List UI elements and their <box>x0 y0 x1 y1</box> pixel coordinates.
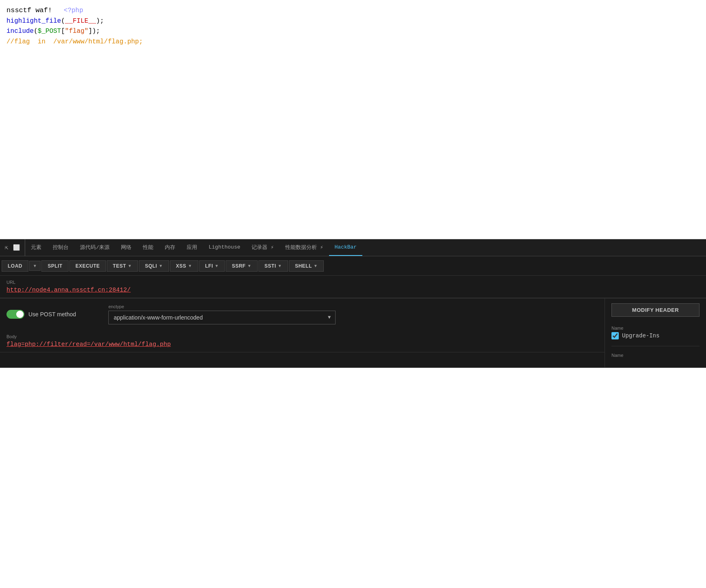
sqli-button[interactable]: SQLI ▼ <box>139 260 169 272</box>
hackbar-toolbar: LOAD ▼ SPLIT EXECUTE TEST ▼ SQLI ▼ XSS ▼… <box>0 256 706 276</box>
tab-sources[interactable]: 源代码/来源 <box>74 239 115 256</box>
tab-elements[interactable]: 元素 <box>25 239 47 256</box>
devtools-tab-bar: ⇱ ⬜ 元素 控制台 源代码/来源 网络 性能 内存 应用 Lighthouse… <box>0 239 706 256</box>
tab-application[interactable]: 应用 <box>181 239 203 256</box>
php-line-2: include($_POST["flag"]); <box>6 26 700 37</box>
devtools-device-icon[interactable]: ⬜ <box>11 242 22 253</box>
ssti-button[interactable]: SSTI ▼ <box>258 260 288 272</box>
php-code-display: nssctf waf! <?php highlight_file(__FILE_… <box>0 0 706 239</box>
tab-performance[interactable]: 性能 <box>137 239 159 256</box>
xss-button[interactable]: XSS ▼ <box>170 260 198 272</box>
ssrf-button[interactable]: SSRF ▼ <box>226 260 257 272</box>
load-arrow-button[interactable]: ▼ <box>29 261 41 271</box>
header-name-row-2: Name <box>611 350 700 363</box>
url-label: URL <box>6 280 700 285</box>
header-name-row-1: Name Upgrade-Ins <box>611 322 700 343</box>
body-input[interactable] <box>6 341 598 348</box>
tab-network[interactable]: 网络 <box>115 239 137 256</box>
body-label: Body <box>6 334 598 339</box>
tab-perf-insights[interactable]: 性能数据分析 ⚡ <box>280 239 329 256</box>
options-row: Use POST method enctype application/x-ww… <box>0 298 706 368</box>
php-line-3: //flag in /var/www/html/flag.php; <box>6 37 700 47</box>
load-button[interactable]: LOAD <box>2 260 28 272</box>
tab-hackbar[interactable]: HackBar <box>329 239 363 256</box>
test-button[interactable]: TEST ▼ <box>107 260 138 272</box>
tab-console[interactable]: 控制台 <box>47 239 74 256</box>
separator-name <box>611 346 700 346</box>
name-label-2: Name <box>611 353 700 358</box>
name-checkbox-row-1: Upgrade-Ins <box>611 332 700 339</box>
post-method-toggle[interactable] <box>6 310 24 319</box>
shell-button[interactable]: SHELL ▼ <box>289 260 324 272</box>
url-input[interactable] <box>6 287 700 294</box>
body-section: Body <box>0 330 605 352</box>
tab-recorder[interactable]: 记录器 ⚡ <box>246 239 280 256</box>
php-open-tag: <?php <box>64 7 83 14</box>
php-line-1: highlight_file(__FILE__); <box>6 16 700 27</box>
devtools-cursor-icon[interactable]: ⇱ <box>3 242 10 253</box>
page-title: nssctf waf! <?php <box>6 5 700 16</box>
execute-button[interactable]: EXECUTE <box>69 260 106 272</box>
left-options: Use POST method enctype application/x-ww… <box>0 298 605 367</box>
enctype-group: enctype application/x-www-form-urlencode… <box>108 304 336 324</box>
modify-header-button[interactable]: MODIFY HEADER <box>611 303 700 317</box>
tab-lighthouse[interactable]: Lighthouse <box>203 239 246 256</box>
post-enctype-row: Use POST method enctype application/x-ww… <box>0 298 605 330</box>
right-panel: MODIFY HEADER Name Upgrade-Ins Name <box>605 298 706 367</box>
devtools-icon-group: ⇱ ⬜ <box>0 239 25 256</box>
post-method-toggle-group: Use POST method <box>6 310 76 319</box>
lfi-button[interactable]: LFI ▼ <box>199 260 225 272</box>
split-button[interactable]: SPLIT <box>41 260 69 272</box>
enctype-label: enctype <box>108 304 336 309</box>
tab-memory[interactable]: 内存 <box>159 239 181 256</box>
name-label-1: Name <box>611 326 700 330</box>
post-method-label: Use POST method <box>28 311 76 318</box>
name-checkbox-1[interactable] <box>611 332 619 339</box>
enctype-select[interactable]: application/x-www-form-urlencoded multip… <box>108 311 336 324</box>
url-section: URL <box>0 276 706 298</box>
enctype-wrapper: application/x-www-form-urlencoded multip… <box>108 311 336 324</box>
name-value-1: Upgrade-Ins <box>622 333 659 339</box>
